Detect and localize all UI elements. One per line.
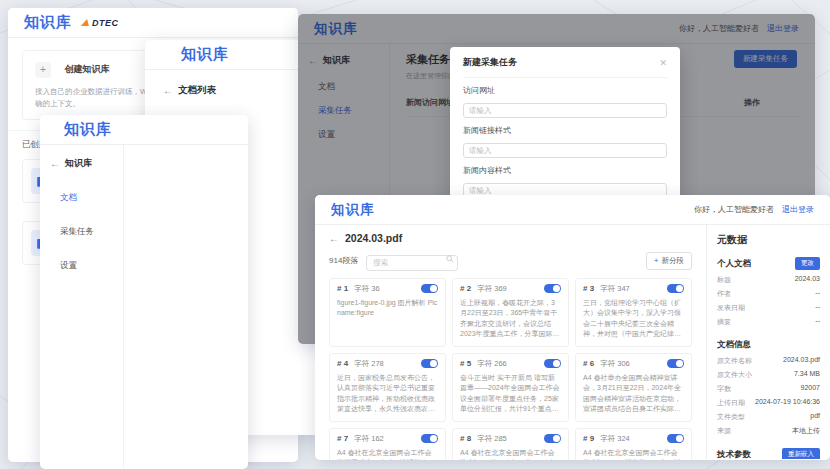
segment-card[interactable]: # 3字符 347 三日，党组理论学习中心组（扩大）会议集中学习，深入学习领会二… xyxy=(575,278,692,347)
field-label-content-style: 新闻内容样式 xyxy=(463,165,667,176)
logo-text: DTEC xyxy=(92,18,119,28)
app-title: 知识库 xyxy=(24,13,72,32)
segment-text: A4 春社举办全国两会精神宣讲会，3月21日至22日，2024年全国两会精神宣讲… xyxy=(583,373,684,415)
segment-card[interactable]: # 7字符 162 A4 春社在北京全国两会工作会议闭幕式上发表重要讲话指出，2… xyxy=(329,428,446,461)
back-arrow-icon[interactable]: ← xyxy=(50,158,60,169)
segment-toggle[interactable] xyxy=(421,284,438,293)
segment-toggle[interactable] xyxy=(544,359,561,368)
modal-title: 新建采集任务 xyxy=(463,56,517,69)
kbnav-back-label[interactable]: 知识库 xyxy=(65,157,92,170)
search-box xyxy=(366,251,458,271)
company-logo: DTEC xyxy=(82,18,119,28)
segment-toggle[interactable] xyxy=(544,284,561,293)
segment-toggle[interactable] xyxy=(544,434,561,443)
back-arrow-icon[interactable]: ← xyxy=(329,233,339,244)
user-greeting: 你好，人工智能爱好者 xyxy=(694,204,774,215)
segment-toggle[interactable] xyxy=(667,434,684,443)
metadata-sidebar: 元数据 个人文档 更改 标题2024.03 作者-- 发表日期-- 摘要-- 文… xyxy=(706,225,830,459)
document-header: 知识库 你好，人工智能爱好者 退出登录 xyxy=(315,195,830,225)
app-title: 知识库 xyxy=(331,201,375,219)
segment-card[interactable]: # 4字符 278 近日，国家税务总局发布公告，认真贯彻落实习近平总书记重要指示… xyxy=(329,353,446,422)
kbnav-content xyxy=(124,145,248,468)
segment-card[interactable]: # 5字符 266 奋斗正当时 实干开新局 谱写新篇章——2024年全国两会工作… xyxy=(452,353,569,422)
sidebar-item-documents[interactable]: 文档 xyxy=(60,192,123,204)
logo-triangle-icon xyxy=(81,19,91,26)
plus-icon: + xyxy=(35,62,51,78)
search-icon xyxy=(446,255,454,263)
document-main: ← 2024.03.pdf 914段落 + 新分段 # 1字符 36 figur… xyxy=(315,225,706,459)
home-header: 知识库 DTEC xyxy=(8,8,298,38)
segment-text: A4 春社在北京全国两会工作会议上强调，要深入学习贯彻习近平总书记关于安全生产的… xyxy=(583,448,684,461)
plus-icon: + xyxy=(654,256,659,265)
segment-card[interactable]: # 6字符 306 A4 春社举办全国两会精神宣讲会，3月21日至22日，202… xyxy=(575,353,692,422)
document-title: 2024.03.pdf xyxy=(345,232,402,244)
segment-card[interactable]: # 2字符 369 近上联视期，春暖花开之际，3月22日至23日，365中青年骨… xyxy=(452,278,569,347)
segment-toggle[interactable] xyxy=(421,359,438,368)
doclist-back-label[interactable]: 文档列表 xyxy=(178,84,216,97)
sidebar-item-settings[interactable]: 设置 xyxy=(60,260,123,272)
segment-count: 914段落 xyxy=(329,255,358,266)
field-label-url: 访问网址 xyxy=(463,85,667,96)
segment-text: A4 春社在北京全国两会工作会议闭幕式上发表重要讲话指出，2023年，全国上下顶… xyxy=(337,448,438,461)
app-title: 知识库 xyxy=(181,45,229,64)
url-field[interactable] xyxy=(463,103,667,118)
kbnav-sidebar: ← 知识库 文档 采集任务 设置 xyxy=(40,145,124,468)
segment-text: 近上联视期，春暖花开之际，3月22日至23日，365中青年骨干齐聚北京交流研讨，… xyxy=(460,298,561,340)
search-input[interactable] xyxy=(366,255,458,271)
segments-toolbar: 914段落 + 新分段 xyxy=(329,251,692,271)
segment-card[interactable]: # 8字符 285 A4 春社在北京全国两会工作会议上强调 做好今年工作，要以习… xyxy=(452,428,569,461)
segment-toggle[interactable] xyxy=(421,434,438,443)
segments-grid: # 1字符 36 figure1-figure-0.jpg 图片解析 Pic n… xyxy=(329,278,692,461)
field-label-link-style: 新闻链接样式 xyxy=(463,125,667,136)
segment-text: A4 春社在北京全国两会工作会议上强调 做好今年工作，要以习近平新时代中国特色社… xyxy=(460,448,561,461)
doc-type-label: 个人文档 xyxy=(717,258,751,270)
create-kb-title: 创建知识库 xyxy=(64,64,109,74)
change-type-button[interactable]: 更改 xyxy=(795,257,820,270)
close-icon[interactable]: ✕ xyxy=(659,58,667,68)
segment-text: figure1-figure-0.jpg 图片解析 Pic name:figur… xyxy=(337,298,438,319)
segment-card[interactable]: # 1字符 36 figure1-figure-0.jpg 图片解析 Pic n… xyxy=(329,278,446,347)
link-style-field[interactable] xyxy=(463,143,667,158)
add-segment-button[interactable]: + 新分段 xyxy=(646,252,692,270)
segment-card[interactable]: # 9字符 324 A4 春社在北京全国两会工作会议上强调，要深入学习贯彻习近平… xyxy=(575,428,692,461)
segment-toggle[interactable] xyxy=(667,284,684,293)
segment-toggle[interactable] xyxy=(667,359,684,368)
segment-text: 三日，党组理论学习中心组（扩大）会议集中学习，深入学习领会二十届中央纪委三次全会… xyxy=(583,298,684,340)
metadata-title: 元数据 xyxy=(717,233,820,247)
back-arrow-icon[interactable]: ← xyxy=(163,85,173,96)
kbnav-header: 知识库 xyxy=(40,115,248,145)
sidebar-item-tasks[interactable]: 采集任务 xyxy=(60,226,123,238)
re-embed-button[interactable]: 重新嵌入 xyxy=(782,448,820,459)
window-document: 知识库 你好，人工智能爱好者 退出登录 ← 2024.03.pdf 914段落 … xyxy=(315,195,830,460)
app-title: 知识库 xyxy=(64,120,112,139)
logout-link[interactable]: 退出登录 xyxy=(782,204,814,215)
segment-text: 近日，国家税务总局发布公告，认真贯彻落实习近平总书记重要指示批示精神，推动税收优… xyxy=(337,373,438,415)
segment-text: 奋斗正当时 实干开新局 谱写新篇章——2024年全国两会工作会议全面部署年度重点… xyxy=(460,373,561,415)
tech-params-label: 技术参数 xyxy=(717,449,751,460)
window-kbnav: 知识库 ← 知识库 文档 采集任务 设置 xyxy=(40,115,248,469)
file-info-label: 文档信息 xyxy=(717,339,751,351)
